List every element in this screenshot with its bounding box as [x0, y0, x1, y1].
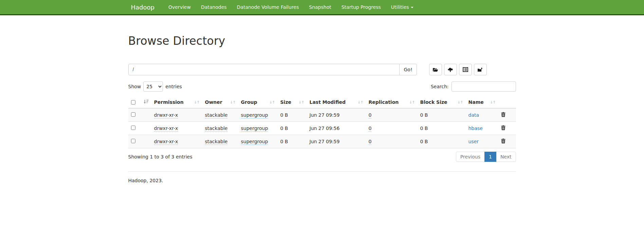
row-checkbox[interactable] — [131, 112, 135, 117]
cloud-upload-icon — [447, 67, 453, 72]
cut-and-paste-button[interactable] — [459, 64, 472, 75]
pagination-next-button[interactable]: Next — [496, 152, 516, 162]
file-name-link[interactable]: hbase — [468, 126, 483, 131]
column-header-last-modified[interactable]: Last Modified — [307, 96, 366, 108]
sort-icon — [357, 100, 363, 105]
column-header-actions — [498, 96, 516, 108]
replication-value[interactable]: 0 — [369, 126, 372, 132]
header-label: Permission — [154, 99, 184, 105]
column-header-size[interactable]: Size — [278, 96, 307, 108]
search-label: Search: — [431, 84, 449, 89]
table-footer-row: Showing 1 to 3 of 3 entries Previous 1 N… — [128, 152, 516, 162]
pagination: Previous 1 Next — [456, 152, 516, 162]
pagination-previous-button[interactable]: Previous — [456, 152, 485, 162]
column-header-owner[interactable]: Owner — [202, 96, 238, 108]
block-size-value: 0 B — [420, 139, 428, 144]
paste-to-directory-button[interactable] — [474, 64, 487, 75]
group-value[interactable]: supergroup — [241, 112, 268, 118]
table-row: drwxr-xr-x stackable supergroup 0 B Jun … — [128, 135, 516, 148]
page-length-control: Show 25 entries — [128, 81, 182, 92]
block-size-value: 0 B — [420, 126, 428, 131]
search-input[interactable] — [452, 81, 516, 92]
path-row: Go! — [128, 64, 516, 75]
column-header-group[interactable]: Group — [238, 96, 278, 108]
create-directory-button[interactable] — [429, 64, 442, 75]
column-header-select-all[interactable] — [128, 96, 151, 108]
page-title: Browse Directory — [128, 34, 516, 48]
row-checkbox[interactable] — [131, 139, 135, 143]
delete-button[interactable] — [501, 138, 505, 144]
sort-icon — [298, 100, 304, 105]
size-value: 0 B — [280, 139, 288, 144]
size-value: 0 B — [280, 126, 288, 131]
upload-files-button[interactable] — [444, 64, 457, 75]
replication-value[interactable]: 0 — [369, 139, 372, 145]
nav-item-snapshot[interactable]: Snapshot — [304, 4, 336, 10]
pagination-page-1-button[interactable]: 1 — [484, 152, 496, 162]
modified-value: Jun 27 09:59 — [310, 139, 340, 144]
block-size-value: 0 B — [420, 112, 428, 118]
sort-icon — [269, 100, 275, 105]
column-header-name[interactable]: Name — [466, 96, 498, 108]
file-name-link[interactable]: user — [468, 139, 479, 144]
show-label: Show — [128, 84, 141, 89]
directory-path-input[interactable] — [128, 64, 400, 75]
sort-icon — [409, 100, 415, 105]
header-label: Replication — [369, 99, 399, 105]
permission-value[interactable]: drwxr-xr-x — [154, 112, 178, 118]
delete-button[interactable] — [501, 112, 505, 117]
table-row: drwxr-xr-x stackable supergroup 0 B Jun … — [128, 122, 516, 135]
entries-summary: Showing 1 to 3 of 3 entries — [128, 154, 192, 159]
permission-value[interactable]: drwxr-xr-x — [154, 126, 178, 132]
navbar-brand[interactable]: Hadoop — [128, 4, 157, 11]
owner-value[interactable]: stackable — [205, 139, 228, 145]
trash-icon — [501, 139, 505, 145]
table-controls-row: Show 25 entries Search: — [128, 81, 516, 92]
header-label: Group — [241, 99, 257, 105]
folder-transfer-icon — [477, 67, 483, 72]
owner-value[interactable]: stackable — [205, 126, 228, 132]
sort-icon — [230, 100, 235, 105]
modified-value: Jun 27 09:59 — [310, 112, 340, 118]
delete-button[interactable] — [501, 125, 505, 130]
folder-open-icon — [433, 67, 438, 72]
nav-item-overview[interactable]: Overview — [163, 4, 196, 10]
sort-amount-icon — [144, 99, 149, 105]
replication-value[interactable]: 0 — [369, 112, 372, 118]
entries-label: entries — [165, 84, 182, 89]
file-name-link[interactable]: data — [468, 112, 479, 118]
row-checkbox[interactable] — [131, 126, 135, 130]
nav-item-startup-progress[interactable]: Startup Progress — [336, 4, 386, 10]
sort-icon — [490, 100, 495, 105]
directory-listing-table: Permission Owner Group Size Last Modifie… — [128, 96, 516, 148]
group-value[interactable]: supergroup — [241, 126, 268, 132]
table-header-row: Permission Owner Group Size Last Modifie… — [128, 96, 516, 108]
page-length-select[interactable]: 25 — [143, 81, 163, 92]
permission-value[interactable]: drwxr-xr-x — [154, 139, 178, 145]
sort-icon — [457, 100, 463, 105]
header-label: Owner — [205, 99, 222, 105]
header-label: Last Modified — [310, 99, 346, 105]
owner-value[interactable]: stackable — [205, 112, 228, 118]
nav-item-datanode-volume-failures[interactable]: Datanode Volume Failures — [232, 4, 304, 10]
go-button[interactable]: Go! — [399, 64, 417, 75]
caret-down-icon — [411, 7, 413, 8]
group-value[interactable]: supergroup — [241, 139, 268, 145]
file-actions-toolbar — [429, 64, 487, 75]
column-header-block-size[interactable]: Block Size — [418, 96, 466, 108]
header-label: Block Size — [420, 99, 447, 105]
list-alt-icon — [463, 67, 468, 72]
select-all-checkbox[interactable] — [131, 100, 135, 105]
navbar-inner: Hadoop Overview Datanodes Datanode Volum… — [128, 0, 516, 14]
top-navbar: Hadoop Overview Datanodes Datanode Volum… — [0, 0, 644, 15]
column-header-replication[interactable]: Replication — [366, 96, 418, 108]
nav-item-datanodes[interactable]: Datanodes — [196, 4, 232, 10]
footer-text: Hadoop, 2023. — [128, 178, 516, 183]
column-header-permission[interactable]: Permission — [151, 96, 202, 108]
trash-icon — [501, 126, 505, 131]
path-input-group: Go! — [128, 64, 417, 75]
size-value: 0 B — [280, 112, 288, 118]
sort-icon — [194, 100, 199, 105]
trash-icon — [501, 113, 505, 118]
nav-dropdown-utilities[interactable]: Utilities — [386, 4, 419, 10]
